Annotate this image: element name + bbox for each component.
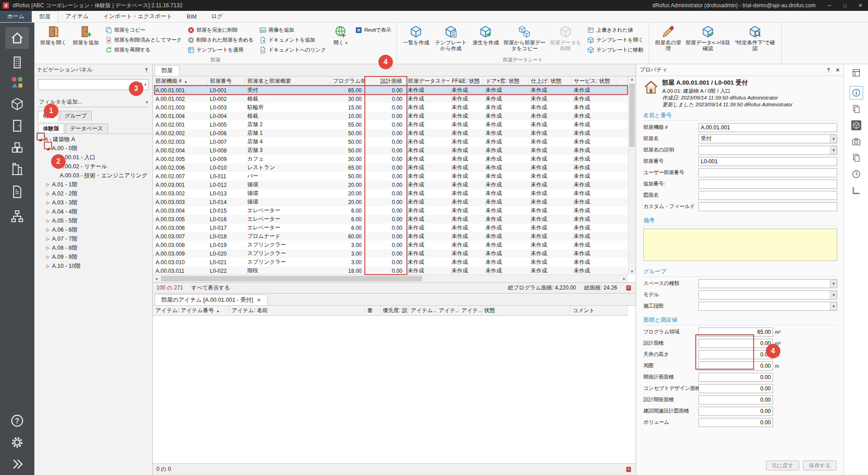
room-number-input[interactable] — [698, 157, 837, 166]
tree-item[interactable]: ▷A.09 - 9階 — [34, 252, 152, 261]
column-header[interactable]: 仕上げ: 状態 — [528, 76, 571, 86]
open-template-button[interactable]: テンプレートを開く — [585, 35, 645, 45]
tree-expand-icon[interactable]: ▷ — [45, 182, 51, 187]
overridden-values-button[interactable]: 上書きされた値 — [585, 25, 645, 35]
history-clock-icon[interactable] — [851, 169, 861, 179]
report-icon[interactable] — [10, 185, 24, 199]
tree-expand-icon[interactable]: ▷ — [45, 191, 51, 196]
tree-item[interactable]: ▷A.03 - 3階 — [34, 198, 152, 207]
tab-rooms[interactable]: 部屋 — [155, 65, 179, 76]
tree-item[interactable]: ▷A.06 - 6階 — [34, 225, 152, 234]
report-book-icon[interactable] — [625, 466, 632, 473]
close-tab-icon[interactable]: ✕ — [257, 297, 261, 303]
link-document-button[interactable]: ドキュメントへのリンク — [257, 45, 328, 55]
add-image-button[interactable]: 画像を追加 — [257, 25, 328, 35]
add-document-button[interactable]: ドキュメントを追加 — [257, 35, 328, 45]
menu-rooms[interactable]: 部屋 — [32, 11, 58, 22]
room-name-desc-select[interactable]: ▾ — [698, 146, 837, 155]
show-in-revit-button[interactable]: R Revitで表示 — [353, 25, 393, 35]
column-header[interactable]: アイテ... — [458, 306, 481, 315]
measure-ruler-icon[interactable] — [851, 185, 861, 195]
user-room-number-input[interactable] — [698, 168, 837, 177]
tree-item[interactable]: ▷A.08 - 8階 — [34, 243, 152, 252]
building-icon[interactable] — [10, 55, 24, 70]
area-value-input[interactable] — [698, 418, 773, 427]
area-value-input[interactable] — [698, 395, 773, 404]
condition-check-button[interactable]: "特定条件下"で確認 — [731, 24, 778, 55]
column-header[interactable]: アイテム... — [408, 306, 436, 315]
mark-deleted-button[interactable]: 部屋を削除済みとしてマーク — [103, 35, 184, 45]
column-header[interactable]: アイテム: アイテム番号▲ — [153, 306, 229, 315]
column-header[interactable]: プログラム領域 — [330, 76, 364, 86]
construction-phase-select[interactable]: ▾ — [698, 302, 837, 311]
expand-sidebar-icon[interactable] — [10, 457, 24, 471]
column-header[interactable]: FF&E: 状態 — [449, 76, 483, 86]
scrollbar-thumb[interactable] — [629, 84, 635, 147]
menu-home[interactable]: ホーム — [0, 11, 32, 22]
tree-item[interactable]: ◢A.00 - 0階 — [34, 144, 152, 153]
delete-room-button[interactable]: 部屋を完全に削除 — [185, 25, 255, 35]
column-header[interactable]: アイテ... — [436, 306, 458, 315]
tree-expand-icon[interactable]: ▷ — [45, 228, 51, 232]
tree-item[interactable]: ◢A - 建築物 A — [34, 135, 152, 144]
storage-boxes-icon[interactable] — [10, 140, 24, 155]
org-chart-icon[interactable] — [10, 209, 24, 223]
scroll-left-icon[interactable]: ◄ — [155, 277, 158, 281]
report-book-icon[interactable] — [625, 285, 632, 291]
scroll-right-icon[interactable]: ► — [623, 277, 626, 281]
column-header[interactable]: 部屋番号 — [207, 76, 245, 86]
maximize-button[interactable]: □ — [837, 0, 853, 11]
tree-expand-icon[interactable]: ▷ — [45, 264, 51, 268]
column-header[interactable]: 部屋名と部屋概要 — [245, 76, 330, 86]
shapes-icon[interactable] — [10, 75, 24, 90]
column-header[interactable]: サービス: 状態 — [571, 76, 616, 86]
minimize-button[interactable]: ─ — [822, 0, 837, 11]
custom-field-input[interactable] — [698, 202, 837, 211]
menu-items[interactable]: アイテム — [58, 11, 96, 22]
close-button[interactable]: ✕ — [853, 0, 868, 11]
help-icon[interactable]: ? — [10, 413, 24, 428]
manage-room-names-button[interactable]: 部屋名の管理 — [652, 24, 684, 55]
column-header[interactable]: 優先度: 説... — [380, 306, 408, 315]
model-select[interactable]: ▾ — [698, 290, 837, 299]
undo-button[interactable]: 元に戻す — [766, 461, 799, 470]
area-value-input[interactable] — [698, 373, 773, 382]
open-room-button[interactable]: 部屋を開く — [37, 24, 70, 55]
settings-gear-icon[interactable] — [10, 435, 24, 450]
column-header[interactable]: 部屋機能 #▲ — [153, 76, 207, 86]
create-blank-rds-button[interactable]: 一覧を作成 — [400, 24, 432, 55]
additional-number-input[interactable] — [698, 180, 837, 189]
tree-item[interactable]: A.00.03 - 技術・エンジニアリング — [34, 171, 152, 180]
door-module-icon[interactable] — [10, 119, 24, 133]
tree-item[interactable]: ▷A.02 - 2階 — [34, 189, 152, 198]
save-button[interactable]: 保存する — [803, 461, 836, 470]
room-name-select[interactable]: 受付 ▾ — [698, 134, 837, 143]
tree-item[interactable]: ▷A.10 - 10階 — [34, 261, 152, 271]
tree-expand-icon[interactable]: ▷ — [45, 255, 51, 259]
tab-group[interactable]: グループ — [60, 111, 92, 121]
tab-database[interactable]: データベース — [65, 124, 108, 133]
space-type-select[interactable]: ▾ — [698, 279, 837, 288]
menu-import-export[interactable]: インポート・エクスポート — [96, 11, 179, 22]
create-derived-button[interactable]: 派生を作成 — [469, 24, 502, 55]
tab-room-items[interactable]: 部屋のアイテム [A.00.01.001 - 受付] ✕ — [155, 294, 268, 305]
tree-expand-icon[interactable]: ▷ — [45, 209, 51, 214]
apply-template-button[interactable]: テンプレートを適用 — [185, 45, 255, 55]
copy-room-button[interactable]: 部屋をコピー — [103, 25, 184, 35]
datasheet-icon[interactable] — [851, 68, 861, 78]
tree-item[interactable]: ▷A.05 - 5階 — [34, 216, 152, 225]
area-value-input[interactable] — [698, 407, 773, 416]
tree-expand-icon[interactable]: ▷ — [45, 237, 51, 241]
camera-icon[interactable] — [851, 137, 861, 147]
reopen-room-button[interactable]: 部屋を再開する — [103, 45, 184, 55]
vertical-scrollbar[interactable]: ▲ ▼ — [628, 76, 636, 275]
menu-log[interactable]: ログ — [204, 11, 230, 22]
model-cube-icon[interactable] — [851, 120, 861, 130]
tab-trial[interactable]: 体験版 — [38, 124, 64, 133]
room-function-input[interactable] — [698, 123, 837, 132]
horizontal-scrollbar[interactable]: ◄ ► — [153, 275, 628, 282]
rds-item-check-button[interactable]: 部屋データ<->項目確認 — [684, 24, 731, 55]
rooms-module-icon[interactable] — [5, 27, 29, 49]
chevron-down-icon[interactable]: ▾ — [144, 82, 146, 87]
column-header[interactable]: ドア+窓: 状態 — [483, 76, 528, 86]
